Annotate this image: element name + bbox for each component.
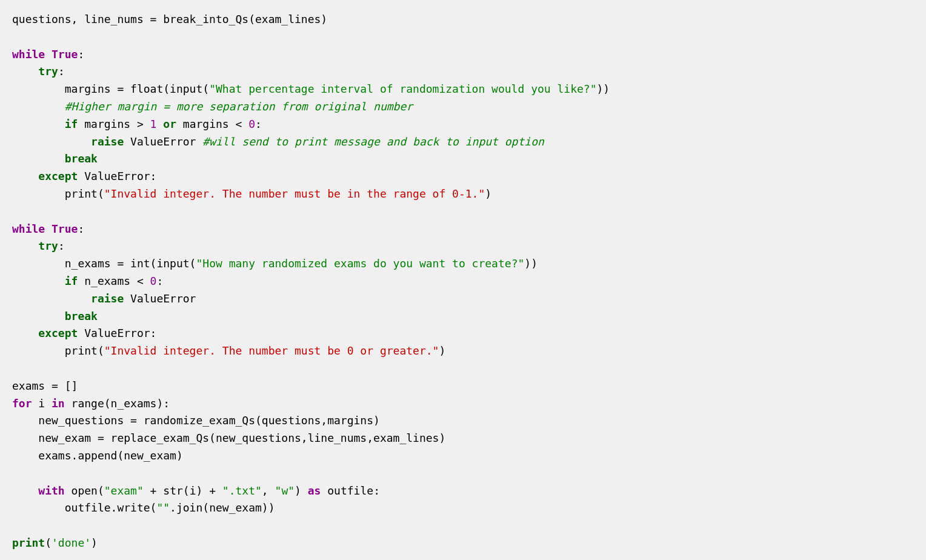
kw-with: with [38,484,64,497]
code-newq-assign: new_questions = randomize_exam_Qs(questi… [38,414,380,427]
kw-break-2: break [65,310,98,322]
code-print-1: print( [65,187,104,200]
comment-will-send: #will send to print message and back to … [202,135,544,148]
kw-for: for [12,397,32,410]
kw-in: in [52,397,65,410]
kw-while-1: while [12,48,45,61]
string-w: "w" [275,484,295,497]
string-txt: ".txt" [222,484,262,497]
kw-if-2: if [65,275,78,287]
kw-print-done: print [12,536,45,549]
string-exam: "exam" [104,484,144,497]
kw-except-1: except [38,170,78,182]
kw-if-1: if [65,118,78,130]
code-content: questions, line_nums = break_into_Qs(exa… [12,11,914,552]
num-0-1: 0 [248,118,255,130]
kw-break-1: break [65,152,98,165]
string-what-pct: "What percentage interval of randomizati… [209,82,596,95]
string-invalid-1: "Invalid integer. The number must be in … [104,187,485,200]
kw-raise-1: raise [91,135,124,148]
comment-higher-margin: #Higher margin = more separation from or… [65,100,413,113]
kw-except-2: except [38,327,78,339]
num-1: 1 [150,118,157,130]
code-exams-append: exams.append(new_exam) [38,449,182,462]
code-line-1: questions, line_nums = break_into_Qs(exa… [12,13,327,25]
kw-try-2: try [38,239,58,252]
code-exams-assign: exams = [] [12,379,78,392]
code-newexam-assign: new_exam = replace_exam_Qs(new_questions… [38,432,445,444]
kw-true-2: True [52,222,78,235]
num-0-2: 0 [150,275,157,287]
code-print-2: print( [65,344,104,357]
code-margins-assign: margins = float(input( [65,82,209,95]
code-nexams-assign: n_exams = int(input( [65,257,196,270]
kw-raise-2: raise [91,292,124,305]
string-empty: "" [156,501,170,514]
string-invalid-2: "Invalid integer. The number must be 0 o… [104,344,439,357]
kw-try-1: try [38,65,58,78]
kw-or: or [163,118,176,130]
string-how-many: "How many randomized exams do you want t… [196,257,524,270]
code-editor: questions, line_nums = break_into_Qs(exa… [0,0,926,560]
kw-as: as [308,484,321,497]
code-outfile-write: outfile.write( [65,501,157,514]
kw-true-1: True [52,48,78,61]
string-done: 'done' [52,536,91,549]
kw-while-2: while [12,222,45,235]
